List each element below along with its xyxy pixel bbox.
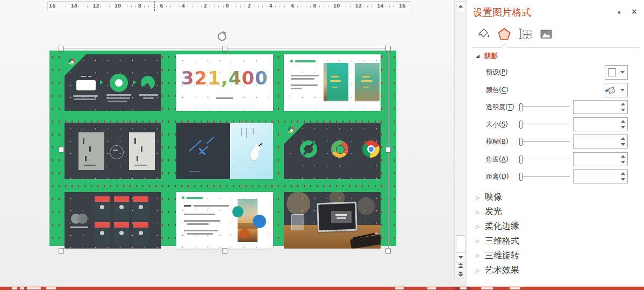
shadow-dropdown-row: 预设(P)	[486, 65, 644, 79]
expanded-triangle-icon: ◢	[476, 54, 480, 59]
tab-picture[interactable]	[539, 26, 555, 43]
ruler-label: 8	[137, 3, 142, 10]
spinner-buttons	[619, 153, 627, 166]
spinner-down-button[interactable]	[621, 143, 625, 146]
collapsed-section-2[interactable]: ▷ 发光	[476, 206, 502, 217]
spinner-up-button[interactable]	[621, 172, 625, 175]
spinner-buttons	[619, 101, 627, 114]
ruler-label: 10	[332, 3, 341, 10]
vertical-scrollbar[interactable]	[454, 0, 467, 278]
collapsed-section-3[interactable]: ▷ 柔化边缘	[476, 221, 519, 232]
tab-size-properties[interactable]	[518, 26, 534, 43]
ruler-label: 14	[69, 3, 78, 10]
shadow-spinner[interactable]	[573, 169, 628, 183]
shadow-slider[interactable]	[520, 135, 570, 148]
shadow-dropdown-row: 颜色(C)	[486, 83, 644, 97]
dropdown-icon	[608, 68, 616, 76]
selected-picture[interactable]: 321,400	[49, 51, 396, 246]
selection-handle-e[interactable]	[385, 147, 391, 152]
collapsed-section-5[interactable]: ▷ 三维旋转	[476, 250, 519, 261]
next-slide-button[interactable]	[457, 272, 464, 278]
spinner-down-button[interactable]	[621, 161, 625, 164]
shadow-row-label: 距离(D)	[486, 172, 509, 181]
shadow-row-label: 模糊(B)	[486, 137, 509, 146]
spinner-down-button[interactable]	[621, 109, 625, 111]
selection-handle-ne[interactable]	[385, 46, 391, 51]
spinner-input[interactable]	[575, 171, 618, 182]
status-bar	[0, 287, 644, 290]
ruler-label: 8	[312, 3, 317, 10]
collapsed-section-label: 三维格式	[485, 236, 519, 247]
shadow-color-dropdown[interactable]	[605, 83, 628, 97]
scroll-down-button[interactable]	[456, 252, 466, 263]
thumbnail-slide-1	[65, 54, 161, 111]
pane-close-button[interactable]: ×	[631, 7, 638, 16]
spinner-up-button[interactable]	[621, 103, 625, 105]
tab-effects[interactable]	[497, 26, 513, 43]
selection-handle-se[interactable]	[385, 248, 391, 253]
shadow-row-label: 预设(P)	[486, 68, 508, 77]
spinner-down-button[interactable]	[621, 178, 625, 181]
shadow-row-label: 颜色(C)	[486, 86, 509, 95]
shadow-slider-row: 模糊(B)	[486, 135, 644, 148]
collapsed-triangle-icon: ▷	[476, 238, 480, 244]
selected-tab-notch	[501, 44, 509, 51]
pane-collapse-button[interactable]: ▾	[618, 9, 621, 16]
collapsed-section-6[interactable]: ▷ 艺术效果	[476, 265, 519, 276]
chevron-down-icon	[620, 89, 625, 91]
slider-track	[520, 124, 570, 124]
spinner-input[interactable]	[575, 153, 618, 165]
collapsed-section-4[interactable]: ▷ 三维格式	[476, 236, 519, 247]
ruler-label: 16	[48, 3, 57, 10]
spinner-input[interactable]	[575, 136, 618, 147]
shadow-slider-row: 距离(D)	[486, 169, 644, 183]
slider-handle[interactable]	[519, 155, 523, 164]
shadow-row-label: 透明度(T)	[486, 103, 514, 112]
spinner-up-button[interactable]	[621, 120, 625, 123]
spinner-input[interactable]	[575, 118, 618, 130]
rotation-handle[interactable]	[218, 32, 226, 41]
shadow-spinner[interactable]	[573, 152, 628, 166]
shadow-preset-dropdown[interactable]	[605, 65, 628, 80]
shadow-slider[interactable]	[520, 100, 570, 114]
scroll-up-button[interactable]	[456, 1, 466, 11]
thumbnail-slide-3	[284, 54, 381, 111]
thumbnail-slide-9	[284, 192, 381, 249]
slider-handle[interactable]	[519, 103, 523, 111]
ruler-label: 4	[181, 3, 186, 10]
previous-slide-button[interactable]	[457, 263, 464, 270]
ruler-label: 14	[376, 3, 385, 10]
shadow-slider[interactable]	[520, 117, 570, 131]
slider-handle[interactable]	[519, 173, 523, 181]
selection-handle-sw[interactable]	[59, 248, 64, 253]
shadow-spinner[interactable]	[573, 100, 628, 114]
slider-handle[interactable]	[519, 121, 523, 129]
thumbnail-slide-8	[176, 192, 273, 249]
shadow-slider-row: 角度(A)	[486, 152, 644, 166]
shadow-slider[interactable]	[520, 169, 570, 183]
spinner-up-button[interactable]	[621, 137, 625, 140]
collapsed-triangle-icon: ▷	[476, 195, 480, 200]
shadow-slider[interactable]	[520, 152, 570, 166]
spinner-input[interactable]	[575, 101, 618, 113]
shadow-spinner[interactable]	[573, 135, 628, 148]
spinner-up-button[interactable]	[621, 155, 625, 158]
collapsed-section-1[interactable]: ▷ 映像	[476, 192, 502, 203]
tabs-divider	[473, 47, 640, 48]
ruler-label: 0	[224, 3, 230, 10]
horizontal-ruler: 1614121086420246810121416	[47, 1, 411, 11]
selection-handle-n[interactable]	[222, 46, 227, 51]
browser-logo	[300, 140, 317, 158]
selection-handle-w[interactable]	[59, 147, 64, 152]
selection-handle-nw[interactable]	[59, 46, 64, 51]
selection-handle-s[interactable]	[222, 248, 227, 253]
scrollbar-thumb[interactable]	[456, 235, 466, 252]
spinner-down-button[interactable]	[621, 126, 625, 129]
slider-handle[interactable]	[519, 138, 523, 146]
section-shadow-header[interactable]: ◢ 阴影	[476, 52, 498, 61]
thumbnail-slide-5	[176, 123, 273, 179]
shadow-spinner[interactable]	[573, 117, 628, 131]
collapsed-triangle-icon: ▷	[476, 209, 480, 215]
corner-ribbon	[284, 123, 305, 144]
tab-fill-line[interactable]	[476, 26, 492, 43]
